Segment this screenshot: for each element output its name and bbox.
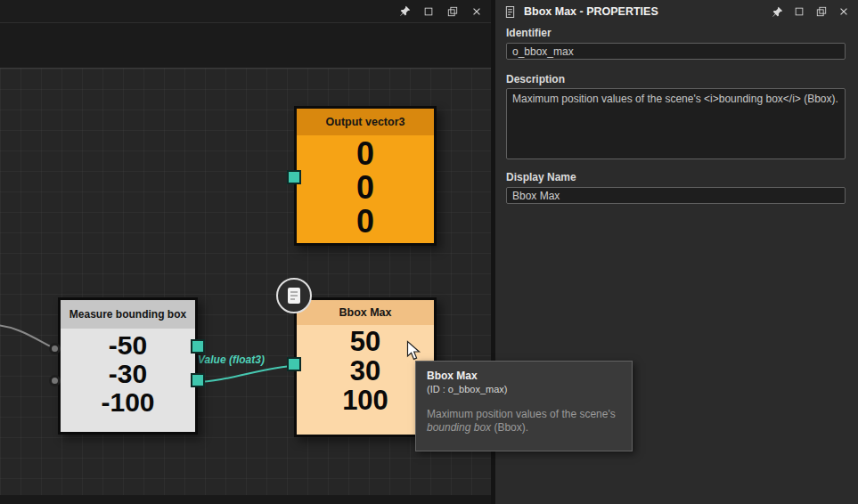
node-title: Measure bounding box	[61, 300, 195, 329]
value-wire	[195, 366, 296, 382]
document-badge-icon[interactable]	[276, 278, 312, 313]
document-icon	[502, 4, 518, 20]
wire-label: Value (float3)	[198, 354, 265, 366]
node-value: -30	[61, 360, 195, 388]
identifier-label: Identifier	[506, 27, 552, 39]
node-value: 0	[297, 171, 434, 205]
node-value: 0	[297, 205, 434, 239]
node-tooltip: Bbox Max (ID : o_bbox_max) Maximum posit…	[415, 361, 633, 451]
identifier-field[interactable]	[506, 43, 846, 60]
popout-icon[interactable]	[445, 4, 461, 20]
output-port[interactable]	[191, 373, 205, 387]
properties-header: Bbox Max - PROPERTIES	[495, 0, 858, 23]
display-name-field[interactable]	[506, 187, 846, 204]
node-value: -100	[61, 388, 195, 417]
pin-icon[interactable]	[396, 4, 413, 20]
display-name-label: Display Name	[506, 171, 576, 183]
close-icon[interactable]	[469, 4, 485, 20]
node-values: 0 0 0	[297, 135, 434, 239]
pin-icon[interactable]	[769, 4, 785, 20]
restore-icon[interactable]	[421, 4, 437, 20]
node-values: 50 30 100	[297, 325, 434, 415]
node-title: Output vector3	[297, 109, 434, 135]
input-port[interactable]	[287, 357, 301, 371]
graph-panel-toolbar	[0, 0, 491, 23]
tooltip-id: (ID : o_bbox_max)	[427, 384, 621, 394]
tooltip-title: Bbox Max	[427, 370, 621, 382]
popout-icon[interactable]	[813, 4, 829, 20]
node-output-vector3[interactable]: Output vector3 0 0 0	[294, 106, 437, 246]
description-field[interactable]: Maximum position values of the scene's <…	[506, 88, 846, 159]
input-port[interactable]	[49, 343, 61, 354]
close-icon[interactable]	[836, 4, 852, 20]
restore-icon[interactable]	[791, 4, 807, 20]
app-window: Value (float3) Output vector3 0 0 0 Meas…	[0, 0, 858, 504]
properties-panel-title: Bbox Max - PROPERTIES	[524, 5, 763, 18]
node-value: 100	[297, 386, 434, 415]
input-port[interactable]	[287, 170, 301, 184]
node-values: -50 -30 -100	[61, 329, 195, 417]
tooltip-description: Maximum position values of the scene's b…	[427, 408, 621, 435]
node-title: Bbox Max	[297, 300, 434, 325]
node-value: 0	[297, 137, 434, 171]
output-port[interactable]	[191, 339, 205, 354]
description-label: Description	[506, 73, 565, 85]
node-measure-bounding-box[interactable]: Measure bounding box -50 -30 -100	[58, 297, 198, 435]
mouse-cursor-icon	[406, 340, 421, 365]
input-port[interactable]	[49, 375, 61, 386]
graph-panel-footer	[0, 495, 491, 504]
node-value: -50	[61, 331, 195, 360]
